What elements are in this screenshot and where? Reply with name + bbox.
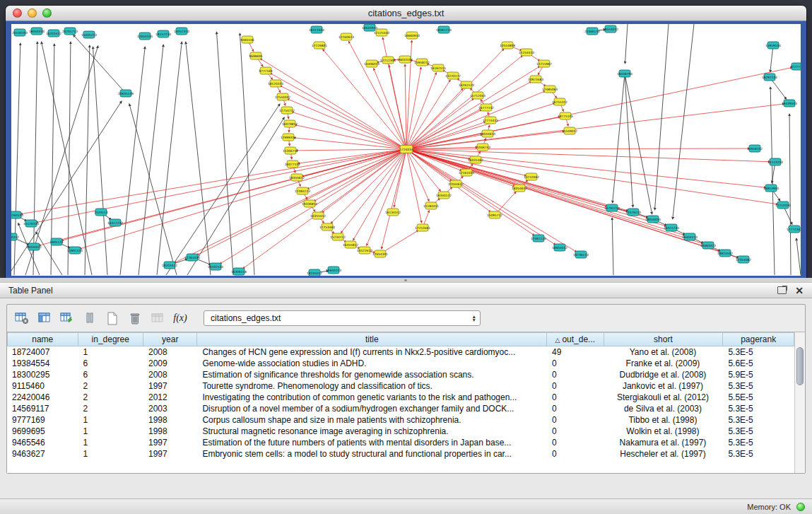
table-cell-title[interactable]: Corpus callosum shape and size in male p…: [197, 414, 547, 426]
table-row[interactable]: 969969511998Structural magnetic resonanc…: [7, 426, 794, 437]
table-row[interactable]: 1872400712008Changes of HCN gene express…: [7, 346, 794, 358]
table-cell-name[interactable]: 9463627: [7, 448, 78, 460]
table-cell-in_degree[interactable]: 1: [78, 414, 143, 426]
new-network-icon[interactable]: [103, 309, 122, 327]
table-cell-name[interactable]: 9115460: [7, 380, 78, 392]
table-cell-in_degree[interactable]: 2: [78, 403, 143, 414]
import-table-icon[interactable]: [58, 309, 76, 327]
table-cell-title[interactable]: Investigating the contribution of common…: [197, 392, 547, 403]
table-cell-name[interactable]: 14569117: [7, 403, 78, 414]
table-cell-title[interactable]: Changes of HCN gene expression and I(f) …: [197, 346, 547, 358]
table-settings-icon[interactable]: [13, 309, 31, 327]
column-visibility-icon[interactable]: [35, 309, 54, 327]
table-cell-name[interactable]: 18724007: [7, 346, 78, 358]
table-cell-short[interactable]: Wolkin et al. (1998): [604, 426, 724, 437]
table-cell-short[interactable]: Tibbo et al. (1998): [604, 414, 724, 426]
table-cell-short[interactable]: de Silva et al. (2003): [604, 403, 724, 414]
table-cell-year[interactable]: 1997: [143, 380, 197, 392]
table-cell-in_degree[interactable]: 6: [78, 369, 143, 380]
column-header-pagerank[interactable]: pagerank: [723, 332, 794, 346]
table-cell-year[interactable]: 1997: [143, 437, 197, 448]
column-header-name[interactable]: name: [7, 332, 78, 346]
table-row[interactable]: 977716911998Corpus callosum shape and si…: [7, 414, 794, 426]
table-cell-year[interactable]: 1998: [143, 414, 197, 426]
column-header-year[interactable]: year: [143, 332, 197, 346]
zoom-button[interactable]: [42, 8, 52, 18]
function-builder-icon[interactable]: f(x): [171, 309, 189, 327]
table-cell-in_degree[interactable]: 2: [78, 380, 143, 392]
table-cell-in_degree[interactable]: 6: [78, 358, 143, 369]
table-row[interactable]: 911546021997Tourette syndrome. Phenomeno…: [7, 380, 794, 392]
table-cell-pagerank[interactable]: 5.9E-5: [723, 369, 794, 380]
table-cell-title[interactable]: Embryonic stem cells: a model to study s…: [197, 448, 547, 460]
table-cell-title[interactable]: Genome-wide association studies in ADHD.: [197, 358, 547, 369]
table-cell-title[interactable]: Tourette syndrome. Phenomenology and cla…: [197, 380, 547, 392]
table-cell-year[interactable]: 2008: [143, 369, 197, 380]
column-header-out_degree[interactable]: △out_de...: [547, 332, 604, 346]
table-cell-title[interactable]: Estimation of the future numbers of pati…: [197, 437, 547, 448]
table-cell-pagerank[interactable]: 5.3E-5: [723, 414, 794, 426]
table-cell-name[interactable]: 18300295: [7, 369, 78, 380]
table-cell-short[interactable]: Franke et al. (2009): [604, 358, 724, 369]
close-button[interactable]: [13, 8, 22, 18]
table-cell-title[interactable]: Disruption of a novel member of a sodium…: [197, 403, 547, 414]
table-cell-in_degree[interactable]: 1: [78, 437, 143, 448]
table-cell-short[interactable]: Yano et al. (2008): [604, 346, 724, 358]
table-cell-year[interactable]: 1998: [143, 426, 197, 437]
table-cell-short[interactable]: Nakamura et al. (1997): [604, 437, 724, 448]
merge-table-disabled-icon[interactable]: [148, 309, 167, 327]
table-cell-pagerank[interactable]: 5.3E-5: [723, 380, 794, 392]
table-row[interactable]: 1938455462009Genome-wide association stu…: [7, 358, 794, 369]
table-cell-title[interactable]: Estimation of significance thresholds fo…: [197, 369, 547, 380]
table-cell-year[interactable]: 2003: [143, 403, 197, 414]
table-cell-name[interactable]: 22420046: [7, 392, 78, 403]
table-cell-name[interactable]: 9777169: [7, 414, 78, 426]
table-cell-name[interactable]: 9699695: [7, 426, 78, 437]
table-cell-year[interactable]: 1997: [143, 448, 197, 460]
table-cell-pagerank[interactable]: 5.3E-5: [723, 403, 794, 414]
network-table-select[interactable]: citations_edges.txt ▲▼: [204, 310, 481, 326]
column-header-title[interactable]: title: [197, 332, 547, 346]
table-cell-out_degree[interactable]: 0: [547, 437, 604, 448]
table-cell-title[interactable]: Structural magnetic resonance image aver…: [197, 426, 547, 437]
table-cell-out_degree[interactable]: 0: [547, 448, 604, 460]
table-cell-short[interactable]: Hescheler et al. (1997): [604, 448, 724, 460]
table-cell-pagerank[interactable]: 5.3E-5: [723, 346, 794, 358]
table-row[interactable]: 946554611997Estimation of the future num…: [7, 437, 794, 448]
table-cell-in_degree[interactable]: 1: [78, 426, 143, 437]
table-cell-out_degree[interactable]: 0: [547, 414, 604, 426]
table-cell-out_degree[interactable]: 49: [547, 346, 604, 358]
table-scrollbar[interactable]: [794, 332, 805, 473]
table-row[interactable]: 1830029562008Estimation of significance …: [7, 369, 794, 380]
window-titlebar[interactable]: citations_edges.txt: [6, 6, 806, 21]
table-cell-in_degree[interactable]: 2: [78, 392, 143, 403]
delete-table-icon[interactable]: [126, 309, 144, 327]
table-cell-short[interactable]: Stergiakouli et al. (2012): [604, 392, 724, 403]
table-scrollbar-thumb[interactable]: [796, 347, 804, 385]
column-header-in_degree[interactable]: in_degree: [78, 332, 143, 346]
table-cell-pagerank[interactable]: 5.3E-5: [723, 426, 794, 437]
column-header-short[interactable]: short: [604, 332, 724, 346]
table-cell-in_degree[interactable]: 1: [78, 448, 143, 460]
table-row[interactable]: 946362711997Embryonic stem cells: a mode…: [7, 448, 794, 460]
table-cell-pagerank[interactable]: 5.3E-5: [723, 448, 794, 460]
table-cell-out_degree[interactable]: 0: [547, 380, 604, 392]
table-cell-name[interactable]: 19384554: [7, 358, 78, 369]
table-cell-in_degree[interactable]: 1: [78, 346, 143, 358]
row-tools-icon[interactable]: [81, 309, 99, 327]
table-cell-short[interactable]: Jankovic et al. (1997): [604, 380, 724, 392]
minimize-button[interactable]: [28, 8, 37, 18]
table-cell-name[interactable]: 9465546: [7, 437, 78, 448]
table-cell-out_degree[interactable]: 0: [547, 403, 604, 414]
close-panel-icon[interactable]: ✕: [795, 286, 804, 296]
table-cell-out_degree[interactable]: 0: [547, 369, 604, 380]
table-cell-year[interactable]: 2009: [143, 358, 197, 369]
table-cell-pagerank[interactable]: 5.5E-5: [723, 392, 794, 403]
float-panel-icon[interactable]: [777, 286, 787, 294]
table-row[interactable]: 1456911722003Disruption of a novel membe…: [7, 403, 794, 414]
table-row[interactable]: 2242004622012Investigating the contribut…: [7, 392, 794, 403]
table-cell-pagerank[interactable]: 5.3E-5: [723, 437, 794, 448]
table-cell-out_degree[interactable]: 0: [547, 358, 604, 369]
table-cell-year[interactable]: 2008: [143, 346, 197, 358]
table-cell-out_degree[interactable]: 0: [547, 426, 604, 437]
